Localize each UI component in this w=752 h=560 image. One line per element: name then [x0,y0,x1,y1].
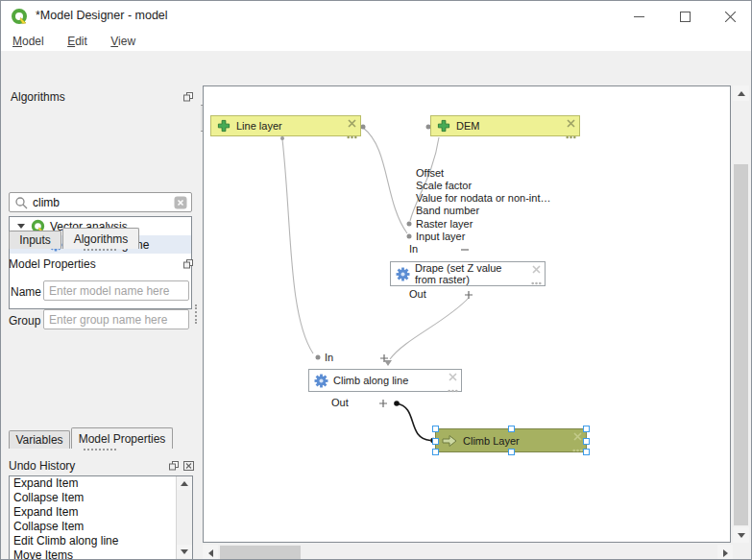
climb-in-socket [316,355,321,360]
maximize-button[interactable] [663,1,707,32]
input-plus-icon [217,119,230,133]
qgis-logo-icon [11,8,28,25]
selection-handle[interactable] [432,449,439,455]
node-line-layer[interactable]: Line layer [210,115,361,136]
node-options-dots-icon[interactable] [347,135,357,139]
remove-node-icon[interactable] [567,119,575,128]
vertical-scroll-thumb[interactable] [734,164,748,525]
expand-drape-outputs-toggle[interactable] [465,291,473,299]
expander-icon[interactable] [17,224,25,229]
titlebar: *Model Designer - model [1,1,751,32]
selection-handle[interactable] [583,449,590,455]
tab-variables[interactable]: Variables [9,430,70,449]
float-panel-button[interactable] [167,460,181,472]
drape-param-band-number: Band number [416,205,479,216]
raster-layer-socket [407,222,412,227]
node-climb-layer[interactable]: Climb Layer [435,428,587,452]
node-dem[interactable]: DEM [430,115,580,136]
node-label: Line layer [236,120,302,132]
scroll-up-button[interactable] [177,476,192,490]
undo-history-title: Undo History [9,459,75,473]
close-icon [725,12,736,22]
scroll-right-icon [723,549,728,557]
selection-handle[interactable] [432,438,439,445]
tab-algorithms[interactable]: Algorithms [62,228,139,249]
undo-history-item[interactable]: Expand Item [10,505,192,520]
float-icon [183,259,194,269]
tab-inputs[interactable]: Inputs [9,231,61,249]
undo-history-item[interactable]: Edit Climb along line [10,534,192,548]
drape-param-raster-layer: Raster layer [416,218,473,230]
remove-node-icon[interactable] [348,119,356,128]
scroll-up-icon [181,481,188,486]
node-label: Climb along line [333,375,427,386]
climb-out-socket [394,401,400,406]
scroll-left-button[interactable] [203,545,218,560]
horizontal-scroll-thumb[interactable] [220,546,301,560]
close-button[interactable] [708,1,752,32]
model-canvas[interactable]: Line layer DEM Offset Scale factor [204,86,730,542]
close-panel-button[interactable] [182,460,195,472]
output-arrow-icon [441,433,458,449]
minimize-button[interactable] [617,1,661,32]
properties-panel-title: Model Properties [9,257,96,271]
model-group-input[interactable] [43,309,189,329]
scroll-right-button[interactable] [717,545,733,560]
menubar: Model Edit View [1,32,751,51]
selection-handle[interactable] [583,438,590,445]
link-climb-to-output [397,403,430,441]
selection-handle[interactable] [583,426,590,432]
selection-handle[interactable] [508,449,515,455]
scroll-down-button[interactable] [733,527,749,543]
clear-search-icon[interactable] [174,196,187,209]
scroll-down-icon [738,533,745,538]
remove-node-icon[interactable] [573,432,582,441]
expand-climb-outputs-toggle[interactable] [379,400,387,407]
minimize-icon [634,12,644,22]
remove-node-icon[interactable] [449,373,457,381]
node-climb-along-line[interactable]: Climb along line [308,369,462,392]
menu-edit[interactable]: Edit [60,33,95,50]
link-line-layer-to-drape [363,128,407,233]
node-options-dots-icon[interactable] [572,449,583,452]
selection-handle[interactable] [432,426,439,432]
scroll-up-button[interactable] [733,85,749,101]
node-options-dots-icon[interactable] [531,281,542,285]
drape-param-input-layer: Input layer [416,231,465,242]
model-name-input[interactable] [43,280,189,301]
undo-history-list: Expand Item Collapse Item Expand Item Co… [9,475,193,560]
vertical-scrollbar[interactable] [733,85,749,543]
undo-history-item[interactable]: Collapse Item [10,491,192,505]
float-panel-button[interactable] [182,91,195,103]
node-options-dots-icon[interactable] [448,389,458,393]
drape-param-offset: Offset [416,167,444,179]
scroll-down-icon [181,549,188,554]
remove-node-icon[interactable] [532,265,541,274]
tab-model-properties[interactable]: Model Properties [71,427,173,449]
horizontal-scrollbar[interactable] [203,545,733,560]
selection-handle[interactable] [508,426,515,432]
socket-dot [361,125,366,130]
scrollbar-corner [733,545,749,560]
algorithm-search [9,192,192,212]
menu-view[interactable]: View [103,33,143,50]
float-icon [183,92,194,102]
undo-history-item[interactable]: Move Items [10,548,192,560]
menu-model[interactable]: Model [5,33,52,50]
node-drape[interactable]: Drape (set Z value from raster) [390,261,546,286]
panel-canvas-splitter-handle[interactable] [195,304,197,324]
undo-history-item[interactable]: Collapse Item [10,520,192,534]
expand-climb-inputs-toggle[interactable] [380,354,388,362]
undo-history-item[interactable]: Expand Item [10,476,192,491]
scroll-down-button[interactable] [177,545,192,558]
name-field-label: Name [11,285,41,299]
undo-list-scrollbar[interactable] [176,476,192,560]
dock-splitter-handle[interactable] [84,449,116,450]
search-input[interactable] [31,196,174,209]
float-panel-button[interactable] [182,258,195,270]
dock-splitter-handle[interactable] [84,249,116,251]
toolbar: 1:1 [1,51,751,85]
input-layer-socket [407,234,412,239]
group-field-label: Group [9,314,40,328]
node-options-dots-icon[interactable] [566,135,576,139]
